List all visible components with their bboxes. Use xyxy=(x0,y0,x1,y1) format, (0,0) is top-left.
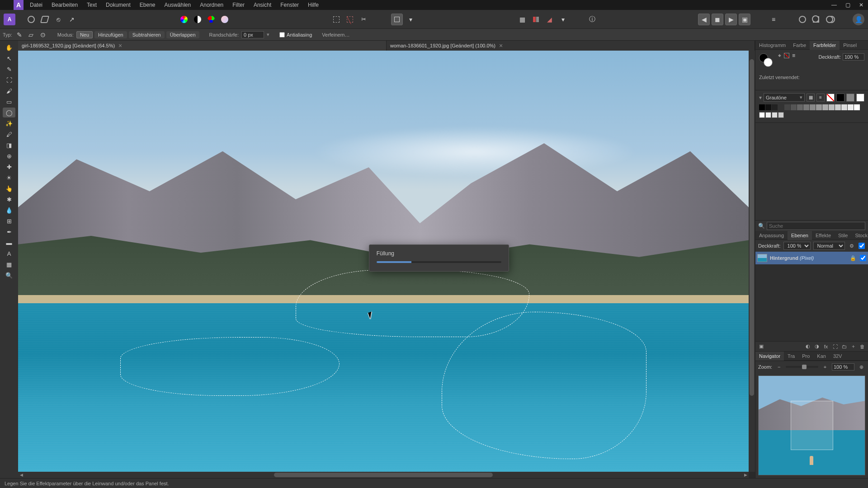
swatch-white-icon[interactable] xyxy=(856,94,864,102)
folder-icon[interactable]: 🗀 xyxy=(840,343,848,351)
quick-mask-icon[interactable] xyxy=(391,14,403,25)
swatch[interactable] xyxy=(810,104,816,110)
refine-button[interactable]: Verfeinern… xyxy=(322,32,349,38)
swatch[interactable] xyxy=(835,104,841,110)
window-close[interactable]: ✕ xyxy=(854,0,868,10)
mode-überlappen[interactable]: Überlappen xyxy=(166,31,199,38)
mirror-icon[interactable]: ◢ xyxy=(544,14,556,25)
swatch-grey-icon[interactable] xyxy=(846,94,854,102)
panel-tab-effekte[interactable]: Effekte xyxy=(812,231,835,240)
marquee-tool-icon[interactable]: ▭ xyxy=(3,97,15,107)
navigator-preview[interactable] xyxy=(758,375,865,475)
crop-tool-icon[interactable]: ⛶ xyxy=(3,75,15,85)
gradient-tool-icon[interactable]: ▦ xyxy=(3,259,15,269)
mask-icon[interactable]: ◐ xyxy=(804,343,812,351)
eyedropper-icon[interactable]: ⌖ xyxy=(778,52,781,59)
none-colour-icon[interactable] xyxy=(784,53,789,58)
swatch[interactable] xyxy=(791,104,797,110)
dropdown-arrow-icon[interactable]: ▾ xyxy=(405,14,416,25)
grid-icon[interactable]: ▦ xyxy=(517,14,528,25)
boolean-subtract-icon[interactable] xyxy=(810,14,822,25)
swatch-list-view-icon[interactable]: ≡ xyxy=(816,94,825,102)
move-tool-icon[interactable]: ↖ xyxy=(3,53,15,63)
vertical-scrollbar[interactable] xyxy=(749,51,755,472)
panel-tab-32v[interactable]: 32V xyxy=(830,352,846,361)
hand-tool-icon[interactable]: ✋ xyxy=(3,42,15,52)
paint-brush-tool-icon[interactable]: 🖊 xyxy=(3,129,15,139)
polygon-selection-icon[interactable]: ▱ xyxy=(27,31,36,39)
swatch[interactable] xyxy=(772,112,778,118)
colour-selector[interactable] xyxy=(759,53,773,67)
arrange-center-icon[interactable]: ◼ xyxy=(712,14,723,25)
text-tool-icon[interactable]: A xyxy=(3,249,15,258)
opacity-input[interactable] xyxy=(843,53,864,61)
mode-neu[interactable]: Neu xyxy=(76,31,93,38)
boolean-add-icon[interactable] xyxy=(797,14,808,25)
menu-auswählen[interactable]: Auswählen xyxy=(160,0,195,10)
zoom-slider[interactable] xyxy=(786,366,818,368)
swatch[interactable] xyxy=(797,104,803,110)
panel-tab-farbfelder[interactable]: Farbfelder xyxy=(810,41,840,50)
tab-close-icon[interactable]: × xyxy=(499,42,503,49)
panel-tab-stile[interactable]: Stile xyxy=(835,231,851,240)
crop-layer-icon[interactable]: ⛶ xyxy=(831,343,839,351)
swatch[interactable] xyxy=(759,104,765,110)
mode-hinzufügen[interactable]: Hinzufügen xyxy=(94,31,127,38)
persona-liquify[interactable] xyxy=(39,14,51,25)
selection-deselect-icon[interactable]: ╲ xyxy=(344,14,356,25)
menu-fenster[interactable]: Fenster xyxy=(276,0,303,10)
panel-tab-stock[interactable]: Stock xyxy=(851,231,868,240)
menu-hilfe[interactable]: Hilfe xyxy=(303,0,323,10)
lab-icon[interactable] xyxy=(219,14,231,25)
blur-tool-icon[interactable]: 💧 xyxy=(3,205,15,215)
boolean-intersect-icon[interactable] xyxy=(824,14,835,25)
swatch[interactable] xyxy=(765,112,771,118)
panel-tab-pinsel[interactable]: Pinsel xyxy=(840,41,860,50)
greyscale-icon[interactable] xyxy=(192,14,203,25)
dodge-tool-icon[interactable]: ☀ xyxy=(3,173,15,183)
erase-tool-icon[interactable]: ◨ xyxy=(3,140,15,150)
colour-picker-tool-icon[interactable]: ✎ xyxy=(3,64,15,74)
panel-tab-farbe[interactable]: Farbe xyxy=(789,41,810,50)
mode-subtrahieren[interactable]: Subtrahieren xyxy=(129,31,165,38)
layer-settings-icon[interactable]: ⚙ xyxy=(848,242,856,250)
swatch[interactable] xyxy=(822,104,828,110)
navigator-viewport[interactable] xyxy=(791,401,833,450)
zoom-tool-icon[interactable]: 🔍 xyxy=(3,270,15,280)
smudge-tool-icon[interactable]: 👆 xyxy=(3,183,15,193)
zoom-out-icon[interactable]: − xyxy=(775,363,783,371)
layer-item[interactable]: Hintergrund (Pixel) 🔒 xyxy=(755,252,868,264)
freehand-tool-icon[interactable]: ◯ xyxy=(3,108,15,117)
persona-export[interactable]: ↗ xyxy=(66,14,78,25)
secondary-colour-icon[interactable] xyxy=(764,58,773,67)
menu-bearbeiten[interactable]: Bearbeiten xyxy=(47,0,82,10)
menu-ebene[interactable]: Ebene xyxy=(135,0,160,10)
horizontal-scrollbar[interactable]: ◀ ▶ xyxy=(18,472,749,478)
swatch-grid-view-icon[interactable]: ▦ xyxy=(807,94,815,102)
arrange-left-icon[interactable]: ◀ xyxy=(698,14,710,25)
swatch[interactable] xyxy=(778,112,784,118)
zoom-in-icon[interactable]: + xyxy=(821,363,829,371)
zoom-input[interactable] xyxy=(832,363,854,371)
persona-photo[interactable] xyxy=(25,14,37,25)
panel-tab-histogramm[interactable]: Histogramm xyxy=(755,41,789,50)
delete-layer-icon[interactable]: 🗑 xyxy=(858,343,866,351)
scroll-right-icon[interactable]: ▶ xyxy=(742,472,749,478)
blend-mode-select[interactable]: Normal xyxy=(813,242,845,250)
magnetic-selection-icon[interactable]: ⊙ xyxy=(38,31,47,39)
arrange-stretch-icon[interactable]: ▣ xyxy=(739,14,750,25)
adjustment-icon[interactable]: ◑ xyxy=(813,343,821,351)
canvas[interactable]: Füllung xyxy=(18,51,749,472)
panel-tab-pro[interactable]: Pro xyxy=(798,352,813,361)
persona-develop[interactable]: ⎋ xyxy=(52,14,64,25)
panel-tab-anpassung[interactable]: Anpassung xyxy=(755,231,788,240)
swatch[interactable] xyxy=(772,104,778,110)
menu-ansicht[interactable]: Ansicht xyxy=(249,0,276,10)
zoom-fit-icon[interactable]: ⊕ xyxy=(857,363,865,371)
panel-tab-navigator[interactable]: Navigator xyxy=(755,352,784,361)
menu-dokument[interactable]: Dokument xyxy=(101,0,135,10)
selection-marquee-icon[interactable] xyxy=(330,14,342,25)
swatch[interactable] xyxy=(854,104,860,110)
layer-visible-toggle[interactable] xyxy=(859,243,865,249)
rectangle-tool-icon[interactable]: ▬ xyxy=(3,238,15,248)
